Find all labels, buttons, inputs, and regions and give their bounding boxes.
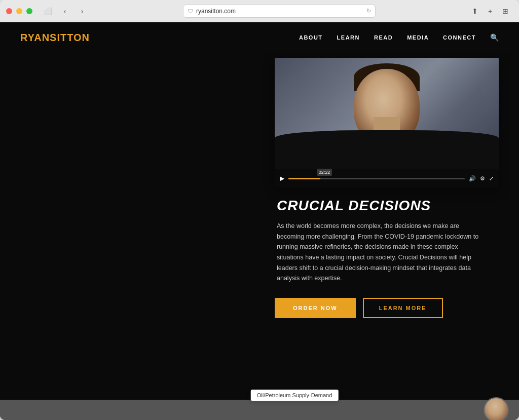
cta-buttons: ORDER NOW LEARN MORE <box>275 298 499 318</box>
tab-grid-button[interactable]: ⊞ <box>500 6 511 17</box>
security-icon: 🛡 <box>188 8 193 14</box>
nav-read[interactable]: READ <box>374 34 393 41</box>
avatar <box>484 397 509 420</box>
fullscreen-button[interactable]: ⤢ <box>489 175 494 182</box>
share-button[interactable]: ⬆ <box>469 6 480 17</box>
time-badge: 02:22 <box>317 169 332 176</box>
maximize-button[interactable] <box>26 8 32 14</box>
order-now-button[interactable]: ORDER NOW <box>275 298 356 318</box>
progress-fill <box>288 178 320 179</box>
logo-ryan: RYAN <box>20 32 50 43</box>
nav-media[interactable]: MEDIA <box>407 34 429 41</box>
browser-window: ⬜ ‹ › 🛡 ryansitton.com ↻ ⬆ + ⊞ RYANSITTO… <box>0 0 519 420</box>
video-thumbnail <box>275 58 499 169</box>
logo-sitton: SITTON <box>50 32 90 43</box>
toolbar-actions: ⬆ + ⊞ <box>469 6 511 17</box>
section-title: CRUCIAL DECISIONS <box>277 198 497 214</box>
address-bar-container: 🛡 ryansitton.com ↻ <box>89 5 469 18</box>
url-text: ryansitton.com <box>196 8 236 15</box>
title-bar: ⬜ ‹ › 🛡 ryansitton.com ↻ ⬆ + ⊞ <box>0 0 519 22</box>
section-body: As the world becomes more complex, the d… <box>277 221 479 284</box>
video-controls: ▶ 02:22 🔊 ⚙ ⤢ <box>275 169 499 187</box>
bottom-bar: Oil/Petroleum Supply-Demand <box>0 400 519 420</box>
nav-controls: ⬜ ‹ › <box>41 6 89 16</box>
sidebar-toggle-button[interactable]: ⬜ <box>41 6 55 16</box>
website-content: RYANSITTON ABOUT LEARN READ MEDIA CONNEC… <box>0 22 519 420</box>
close-button[interactable] <box>6 8 12 14</box>
forward-button[interactable]: › <box>75 6 89 16</box>
site-nav: RYANSITTON ABOUT LEARN READ MEDIA CONNEC… <box>0 22 519 53</box>
learn-more-button[interactable]: LEARN MORE <box>363 298 443 318</box>
volume-button[interactable]: 🔊 <box>469 175 476 182</box>
site-logo[interactable]: RYANSITTON <box>20 32 90 44</box>
back-button[interactable]: ‹ <box>58 6 72 16</box>
minimize-button[interactable] <box>16 8 22 14</box>
hero-right: ▶ 02:22 🔊 ⚙ ⤢ CRUCIAL DECISIONS As the w… <box>260 22 519 400</box>
tooltip-popup: Oil/Petroleum Supply-Demand <box>251 390 339 401</box>
video-person-body <box>275 130 499 169</box>
content-section: CRUCIAL DECISIONS As the world becomes m… <box>275 198 499 284</box>
nav-connect[interactable]: CONNECT <box>443 34 476 41</box>
settings-button[interactable]: ⚙ <box>480 175 485 182</box>
progress-bar[interactable]: 02:22 <box>288 178 465 179</box>
reload-icon[interactable]: ↻ <box>366 8 371 14</box>
address-bar[interactable]: 🛡 ryansitton.com ↻ <box>183 5 376 18</box>
play-button[interactable]: ▶ <box>280 175 284 182</box>
search-icon[interactable]: 🔍 <box>490 33 499 42</box>
nav-learn[interactable]: LEARN <box>337 34 360 41</box>
new-tab-button[interactable]: + <box>485 6 496 17</box>
video-player[interactable]: ▶ 02:22 🔊 ⚙ ⤢ <box>275 58 499 187</box>
traffic-lights <box>6 8 32 14</box>
nav-about[interactable]: ABOUT <box>299 34 323 41</box>
nav-links: ABOUT LEARN READ MEDIA CONNECT 🔍 <box>299 33 499 42</box>
